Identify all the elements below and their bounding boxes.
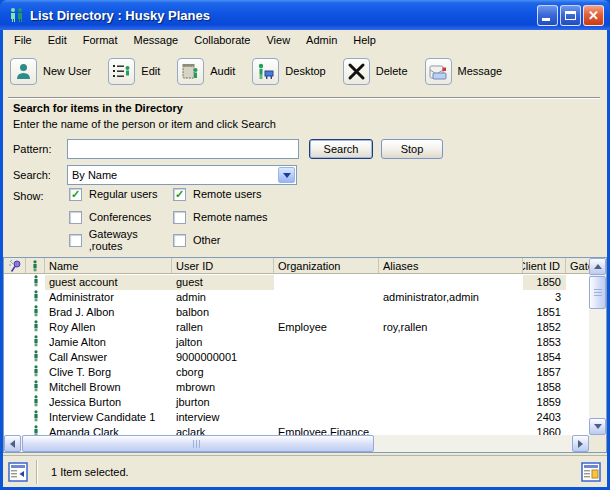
- cell-alias: [379, 380, 523, 395]
- desktop-button[interactable]: Desktop: [252, 58, 325, 85]
- vertical-scrollbar[interactable]: [589, 258, 606, 435]
- cell-uid: rallen: [172, 320, 274, 335]
- checkbox-unchecked-box[interactable]: [173, 234, 186, 247]
- title-bar[interactable]: List Directory : Husky Planes ✕: [0, 0, 610, 30]
- window-title: List Directory : Husky Planes: [30, 8, 537, 23]
- search-button[interactable]: Search: [309, 139, 373, 159]
- checkbox-other[interactable]: Other: [173, 233, 268, 247]
- minimize-button[interactable]: [537, 5, 558, 26]
- checkbox-label: Remote names: [193, 211, 268, 223]
- audit-button[interactable]: Audit: [177, 58, 235, 85]
- column-header-gateway[interactable]: Gatew: [566, 258, 589, 273]
- cell-name: guest account: [45, 275, 172, 290]
- table-row[interactable]: Jessica Burtonjburton1859: [4, 395, 589, 410]
- pin-column-header[interactable]: [4, 258, 26, 273]
- maximize-button[interactable]: [560, 5, 581, 26]
- pattern-input[interactable]: [67, 139, 299, 159]
- show-checkbox-grid: ✓Regular users✓Remote usersConferencesRe…: [69, 187, 268, 247]
- checkbox-unchecked-box[interactable]: [69, 211, 82, 224]
- menu-file[interactable]: File: [6, 32, 40, 48]
- new-user-button[interactable]: New User: [10, 58, 91, 85]
- status-left-toggle-button[interactable]: [8, 462, 28, 482]
- table-row[interactable]: Interview Candidate 1interview2403: [4, 410, 589, 425]
- cell-name: Clive T. Borg: [45, 365, 172, 380]
- person-icon: [26, 335, 45, 350]
- message-button[interactable]: Message: [425, 58, 503, 85]
- cell-cid: 1852: [523, 320, 566, 335]
- row-pin-cell: [4, 320, 26, 335]
- table-row[interactable]: Administratoradminadministrator,admin3: [4, 290, 589, 305]
- menu-message[interactable]: Message: [126, 32, 187, 48]
- edit-button[interactable]: Edit: [108, 58, 160, 85]
- column-header-name[interactable]: Name: [45, 258, 172, 273]
- menu-view[interactable]: View: [258, 32, 298, 48]
- toolbar-separator: [8, 97, 600, 99]
- cell-uid: mbrown: [172, 380, 274, 395]
- table-row[interactable]: Mitchell Brownmbrown1858: [4, 380, 589, 395]
- table-row[interactable]: Call Answer90000000011854: [4, 350, 589, 365]
- stop-button[interactable]: Stop: [381, 139, 443, 159]
- scroll-down-button[interactable]: [589, 418, 606, 435]
- table-row[interactable]: Jamie Altonjalton1853: [4, 335, 589, 350]
- vertical-scroll-thumb[interactable]: [589, 276, 606, 309]
- row-pin-cell: [4, 380, 26, 395]
- cell-uid: jburton: [172, 395, 274, 410]
- horizontal-scrollbar[interactable]: [4, 435, 589, 452]
- row-pin-cell: [4, 305, 26, 320]
- checkbox-gateways-routes[interactable]: Gateways ,routes: [69, 233, 173, 247]
- checkbox-regular-users[interactable]: ✓Regular users: [69, 187, 173, 201]
- checkbox-unchecked-box[interactable]: [69, 234, 82, 247]
- row-pin-cell: [4, 365, 26, 380]
- cell-alias: administrator,admin: [379, 290, 523, 305]
- chevron-down-icon[interactable]: [278, 167, 295, 183]
- edit-label: Edit: [141, 65, 160, 77]
- table-row[interactable]: guest accountguest1850: [4, 275, 589, 290]
- cell-cid: 2403: [523, 410, 566, 425]
- scroll-right-button[interactable]: [572, 435, 589, 452]
- new-user-label: New User: [43, 65, 91, 77]
- pushpin-icon: [8, 259, 22, 273]
- close-button[interactable]: ✕: [583, 5, 604, 26]
- table-row[interactable]: Clive T. Borgcborg1857: [4, 365, 589, 380]
- menu-edit[interactable]: Edit: [40, 32, 75, 48]
- checkbox-conferences[interactable]: Conferences: [69, 210, 173, 224]
- scroll-left-button[interactable]: [4, 435, 21, 452]
- row-pin-cell: [4, 275, 26, 290]
- menu-admin[interactable]: Admin: [298, 32, 345, 48]
- column-header-userid[interactable]: User ID: [172, 258, 274, 273]
- menu-collaborate[interactable]: Collaborate: [186, 32, 258, 48]
- table-row[interactable]: Roy AllenrallenEmployeeroy,rallen1852: [4, 320, 589, 335]
- person-column-header[interactable]: [26, 258, 45, 273]
- cell-uid: admin: [172, 290, 274, 305]
- scroll-up-button[interactable]: [589, 258, 606, 275]
- checkbox-unchecked-box[interactable]: [173, 211, 186, 224]
- menu-format[interactable]: Format: [75, 32, 126, 48]
- checkbox-checked-icon[interactable]: ✓: [69, 188, 82, 201]
- cell-gw: [566, 305, 589, 320]
- checkbox-remote-names[interactable]: Remote names: [173, 210, 268, 224]
- column-header-aliases[interactable]: Aliases: [379, 258, 523, 273]
- status-right-toggle-button[interactable]: [581, 462, 601, 482]
- person-icon: [26, 275, 45, 290]
- cell-uid: 9000000001: [172, 350, 274, 365]
- checkbox-remote-users[interactable]: ✓Remote users: [173, 187, 268, 201]
- person-icon: [26, 380, 45, 395]
- table-row[interactable]: Brad J. Albonbalbon1851: [4, 305, 589, 320]
- delete-label: Delete: [376, 65, 408, 77]
- person-icon: [32, 305, 40, 317]
- message-label: Message: [458, 65, 503, 77]
- checkbox-label: Gateways ,routes: [89, 228, 173, 252]
- edit-user-icon: [108, 58, 135, 85]
- horizontal-scroll-thumb[interactable]: [22, 435, 374, 452]
- toolbar: New User Edit: [10, 54, 502, 88]
- checkbox-checked-icon[interactable]: ✓: [173, 188, 186, 201]
- delete-button[interactable]: Delete: [343, 58, 408, 85]
- menu-help[interactable]: Help: [345, 32, 384, 48]
- search-section-subtitle: Enter the name of the person or item and…: [13, 118, 276, 130]
- cell-uid: jalton: [172, 335, 274, 350]
- arrow-up-icon: [594, 264, 602, 269]
- search-by-dropdown[interactable]: By Name: [67, 165, 297, 185]
- cell-cid: 3: [523, 290, 566, 305]
- column-header-organization[interactable]: Organization: [274, 258, 379, 273]
- column-header-clientid[interactable]: Client ID: [523, 258, 566, 273]
